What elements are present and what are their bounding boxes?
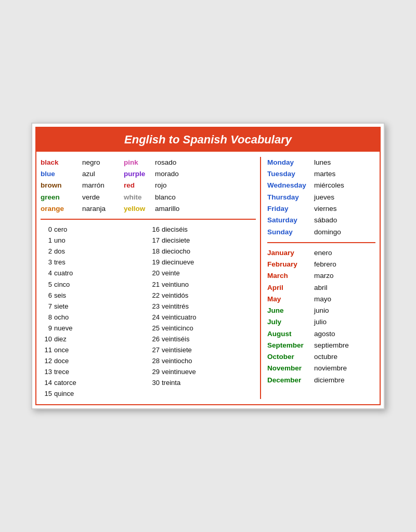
number-row: 1uno xyxy=(41,235,148,246)
month-spanish: octubre xyxy=(314,351,375,363)
number-spanish: cero xyxy=(54,224,67,235)
right-panel: MondaylunesTuesdaymartesWednesdaymiércol… xyxy=(261,157,375,399)
number-digit: 1 xyxy=(41,235,52,246)
number-spanish: veintisiete xyxy=(162,344,192,355)
day-english: Saturday xyxy=(267,215,314,226)
number-digit: 0 xyxy=(41,224,52,235)
number-row: 23veintitrés xyxy=(148,301,256,312)
month-row: Octoberoctubre xyxy=(267,351,375,363)
number-digit: 5 xyxy=(41,279,52,290)
number-spanish: quince xyxy=(54,388,74,399)
day-row: Tuesdaymartes xyxy=(267,168,375,180)
number-row: 21veintiuno xyxy=(148,279,256,290)
number-row: 0cero xyxy=(41,224,148,235)
spanish-morado: morado xyxy=(155,168,256,180)
number-spanish: tres xyxy=(54,257,66,268)
color-blue: blue xyxy=(41,168,82,180)
number-row: 10diez xyxy=(41,334,148,344)
number-digit: 8 xyxy=(41,312,52,323)
month-spanish: diciembre xyxy=(314,375,375,386)
number-digit: 11 xyxy=(41,344,52,355)
number-digit: 30 xyxy=(148,377,160,388)
number-digit: 15 xyxy=(41,388,52,399)
day-row: Fridayviernes xyxy=(267,203,375,215)
month-row: Junejunio xyxy=(267,305,375,316)
month-spanish: junio xyxy=(314,305,375,316)
day-english: Friday xyxy=(267,203,314,215)
day-spanish: lunes xyxy=(314,157,375,168)
month-spanish: mayo xyxy=(314,294,375,305)
month-english: April xyxy=(267,282,314,294)
number-spanish: diecisiete xyxy=(162,235,190,246)
number-row: 8ocho xyxy=(41,312,148,323)
month-english: December xyxy=(267,375,314,386)
color-brown: brown xyxy=(41,180,82,191)
spanish-rojo: rojo xyxy=(155,180,256,191)
number-digit: 6 xyxy=(41,290,52,301)
month-row: Februaryfebrero xyxy=(267,259,375,270)
month-spanish: noviembre xyxy=(314,363,375,374)
number-spanish: dos xyxy=(54,246,65,257)
numbers-col-right: 16dieciséis17diecisiete18dieciocho19diec… xyxy=(148,224,256,399)
month-spanish: enero xyxy=(314,247,375,259)
number-spanish: catorce xyxy=(54,377,76,388)
month-english: July xyxy=(267,316,314,328)
number-digit: 7 xyxy=(41,301,52,312)
number-row: 14catorce xyxy=(41,377,148,388)
day-spanish: domingo xyxy=(314,227,375,238)
color-black: black xyxy=(41,157,82,168)
number-row: 13trece xyxy=(41,366,148,377)
month-english: August xyxy=(267,328,314,340)
day-spanish: miércoles xyxy=(314,180,375,191)
number-row: 29veintinueve xyxy=(148,366,256,377)
months-section: JanuaryeneroFebruaryfebreroMarchmarzoApr… xyxy=(267,247,375,386)
number-spanish: dieciocho xyxy=(162,246,190,257)
spanish-azul: azul xyxy=(82,168,124,180)
day-english: Thursday xyxy=(267,192,314,203)
number-row: 16dieciséis xyxy=(148,224,256,235)
card-body: black blue brown green orange negro azul… xyxy=(36,152,380,404)
number-digit: 24 xyxy=(148,312,160,323)
number-spanish: veinticinco xyxy=(162,323,193,334)
number-row: 27veintisiete xyxy=(148,344,256,355)
number-digit: 17 xyxy=(148,235,160,246)
number-spanish: uno xyxy=(54,235,66,246)
month-spanish: febrero xyxy=(314,259,375,270)
month-english: February xyxy=(267,259,314,270)
day-row: Mondaylunes xyxy=(267,157,375,168)
month-row: Decemberdiciembre xyxy=(267,375,375,386)
spanish-rosado: rosado xyxy=(155,157,256,168)
month-english: June xyxy=(267,305,314,316)
number-digit: 25 xyxy=(148,323,160,334)
number-row: 9nueve xyxy=(41,323,148,334)
number-row: 19diecinueve xyxy=(148,257,256,268)
number-row: 20veinte xyxy=(148,268,256,278)
number-spanish: veinticuatro xyxy=(162,312,196,323)
day-english: Sunday xyxy=(267,227,314,238)
number-digit: 19 xyxy=(148,257,160,268)
numbers-col-left: 0cero1uno2dos3tres4cuatro5cinco6seis7sie… xyxy=(41,224,148,399)
month-row: Maymayo xyxy=(267,294,375,305)
number-digit: 10 xyxy=(41,334,52,344)
day-spanish: sábado xyxy=(314,215,375,226)
number-digit: 4 xyxy=(41,268,52,278)
number-digit: 18 xyxy=(148,246,160,257)
month-english: November xyxy=(267,363,314,374)
number-row: 17diecisiete xyxy=(148,235,256,246)
number-row: 18dieciocho xyxy=(148,246,256,257)
month-row: Marchmarzo xyxy=(267,270,375,282)
month-row: Septemberseptiembre xyxy=(267,340,375,351)
number-spanish: once xyxy=(54,344,69,355)
colors-spanish-col2: rosado morado rojo blanco amarillo xyxy=(155,157,256,215)
spanish-negro: negro xyxy=(82,157,124,168)
month-english: March xyxy=(267,270,314,282)
month-row: Januaryenero xyxy=(267,247,375,259)
number-row: 24veinticuatro xyxy=(148,312,256,323)
number-spanish: doce xyxy=(54,355,69,366)
number-row: 12doce xyxy=(41,355,148,366)
number-digit: 2 xyxy=(41,246,52,257)
number-digit: 16 xyxy=(148,224,160,235)
number-digit: 28 xyxy=(148,355,160,366)
number-row: 26veintiséis xyxy=(148,334,256,344)
number-row: 6seis xyxy=(41,290,148,301)
